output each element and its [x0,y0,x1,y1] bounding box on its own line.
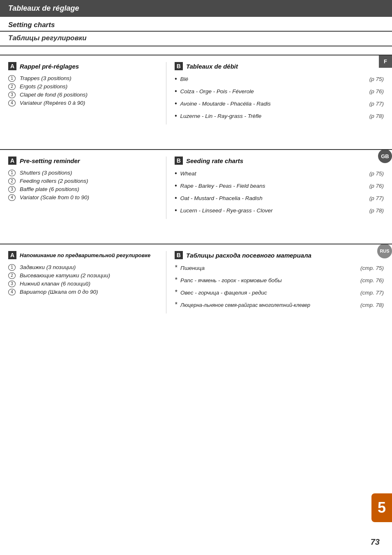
list-item: •Lucern - Linseed - Rye-grass - Clover(p… [175,207,384,215]
f-right-list: •Blé(p 75) •Colza - Orge - Pois - Févero… [175,75,384,120]
rus-right-list: *Пшеница(стр. 75) *Рапс - ячмень - горох… [175,264,384,309]
list-item: •Colza - Orge - Pois - Féverole(p 76) [175,88,384,96]
list-item: 3Нижний клапан (6 позиций) [8,281,158,287]
list-item: 4Вариатор (Шкала от 0 до 90) [8,289,158,295]
badge-5-wrap: 5 [371,493,392,522]
gb-right-heading-text: Seeding rate charts [186,157,243,164]
section-f-right: B Tableaux de débit •Blé(p 75) •Colza - … [166,62,384,124]
section-f-left-heading: A Rappel pré-réglages [8,62,158,70]
list-item: •Rape - Barley - Peas - Field beans(p 76… [175,182,384,190]
rus-left-list: 1Задвижки (3 позиции) 2Высевающие катушк… [8,264,158,295]
section-f-inner: A Rappel pré-réglages 1Trappes (3 positi… [8,62,384,124]
section-f-block: A Rappel pré-réglages 1Trappes (3 positi… [0,55,392,133]
page-header: Tableaux de réglage [0,0,392,17]
subtitle-ru: Таблицы регулировки [0,32,392,46]
list-item: •Avoine - Moutarde - Phacélia - Radis(p … [175,100,384,108]
section-rus-left: A Напоминание по предварительной регулир… [8,251,166,313]
section-rus: RUS A Напоминание по предварительной рег… [0,244,392,322]
f-right-label: B [175,62,183,70]
section-gb-left-heading: A Pre-setting reminder [8,157,158,165]
section-f-left: A Rappel pré-réglages 1Trappes (3 positi… [8,62,166,124]
list-item: 1Shutters (3 positions) [8,170,158,176]
section-gb-left: A Pre-setting reminder 1Shutters (3 posi… [8,157,166,219]
list-item: 3Clapet de fond (6 positions) [8,92,158,98]
section-gb-right: B Seeding rate charts •Wheat(p 75) •Rape… [166,157,384,219]
section-f-right-heading: B Tableaux de débit [175,62,384,70]
list-item: •Luzerne - Lin - Ray-grass - Trèfle(p 78… [175,112,384,120]
list-item: 1Задвижки (3 позиции) [8,264,158,271]
subtitle-en: Setting charts [0,17,392,32]
section-f: F A Rappel pré-réglages 1Trappes (3 posi… [0,55,392,133]
section-gb-block: A Pre-setting reminder 1Shutters (3 posi… [0,149,392,227]
gb-right-list: •Wheat(p 75) •Rape - Barley - Peas - Fie… [175,170,384,215]
list-item: •Blé(p 75) [175,75,384,83]
list-item: 1Trappes (3 positions) [8,75,158,82]
list-item: 3Baffle plate (6 positions) [8,186,158,193]
list-item: 2Высевающие катушки (2 позиции) [8,272,158,279]
f-left-list: 1Trappes (3 positions) 2Ergots (2 positi… [8,75,158,106]
section-rus-right-heading: B Таблицы расхода посевного материала [175,251,384,259]
page-number: 73 [371,537,380,547]
rus-left-label: A [8,251,16,259]
f-left-label: A [8,62,16,70]
section-gb-inner: A Pre-setting reminder 1Shutters (3 posi… [8,157,384,219]
list-item: *Рапс - ячмень - горох - кормовые бобы(с… [175,276,384,285]
f-right-heading-text: Tableaux de débit [186,63,238,70]
list-item: *Пшеница(стр. 75) [175,264,384,272]
section-gb: GB A Pre-setting reminder 1Shutters (3 p… [0,149,392,227]
list-item: •Wheat(p 75) [175,170,384,178]
list-item: *Люцерна-льняное семя-райграс многолетни… [175,301,384,309]
section-gb-right-heading: B Seeding rate charts [175,157,384,165]
rus-right-label: B [175,251,183,259]
list-item: 4Variator (Scale from 0 to 90) [8,194,158,201]
list-item: 2Feeding rollers (2 positions) [8,178,158,184]
list-item: •Oat - Mustard - Phacelia - Radish(p 77) [175,194,384,203]
list-item: *Овес - горчица - фацелия - редис(стр. 7… [175,289,384,297]
gb-left-heading-text: Pre-setting reminder [20,157,80,164]
rus-right-heading-text: Таблицы расхода посевного материала [186,252,311,259]
section-rus-left-heading: A Напоминание по предварительной регулир… [8,251,158,259]
f-left-heading-text: Rappel pré-réglages [20,63,79,70]
gb-right-label: B [175,157,183,165]
section-rus-inner: A Напоминание по предварительной регулир… [8,251,384,313]
section-rus-right: B Таблицы расхода посевного материала *П… [166,251,384,313]
gb-left-label: A [8,157,16,165]
gb-left-list: 1Shutters (3 positions) 2Feeding rollers… [8,170,158,201]
badge-5: 5 [371,493,392,522]
section-rus-block: A Напоминание по предварительной регулир… [0,244,392,322]
rus-left-heading-text: Напоминание по предварительной регулиров… [20,252,150,258]
list-item: 2Ergots (2 positions) [8,83,158,90]
main-title: Tableaux de réglage [8,4,79,12]
list-item: 4Variateur (Repères 0 à 90) [8,100,158,106]
